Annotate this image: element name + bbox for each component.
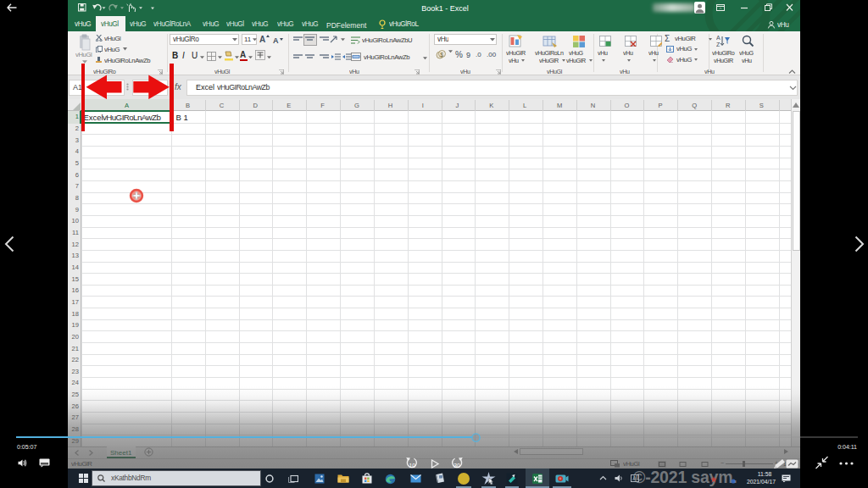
svg-text:A: A bbox=[716, 35, 721, 41]
svg-text:$: $ bbox=[440, 52, 443, 58]
svg-text:10: 10 bbox=[409, 463, 415, 469]
svg-text:Z: Z bbox=[716, 42, 721, 47]
svg-text:30: 30 bbox=[453, 463, 460, 469]
